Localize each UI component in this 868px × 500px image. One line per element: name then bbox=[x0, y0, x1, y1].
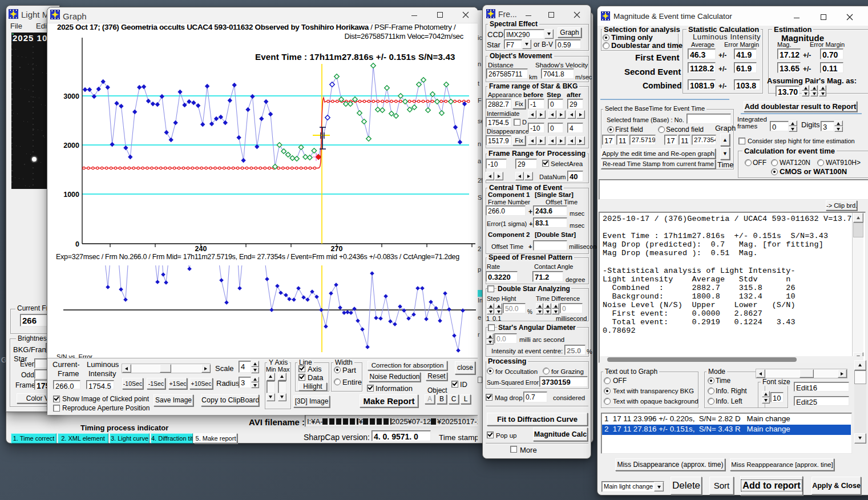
svg-text:270: 270 bbox=[331, 245, 343, 253]
svg-text:240: 240 bbox=[195, 245, 207, 253]
svg-text:1000: 1000 bbox=[63, 191, 79, 199]
svg-text:2000: 2000 bbox=[63, 142, 79, 150]
svg-text:Event Time : 17h11m27.816s +/: Event Time : 17h11m27.816s +/- 0.151s S/… bbox=[255, 52, 455, 62]
svg-text:0: 0 bbox=[75, 240, 79, 248]
svg-text:3000: 3000 bbox=[63, 92, 79, 100]
